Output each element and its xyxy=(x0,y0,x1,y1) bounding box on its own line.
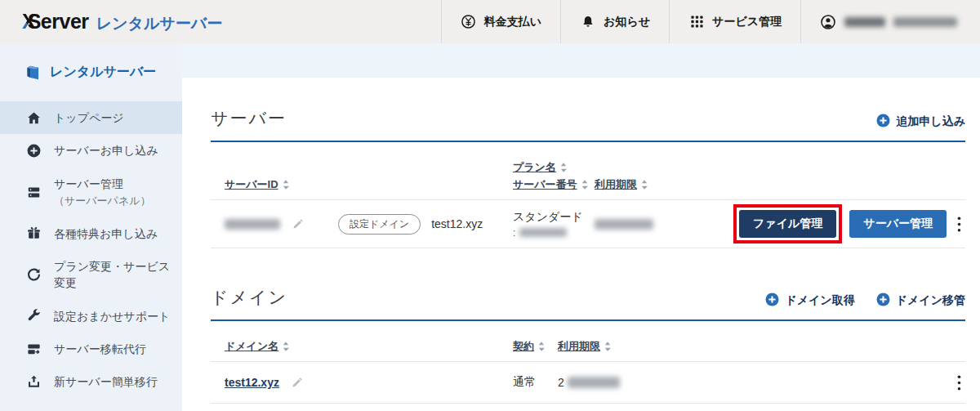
sidebar-item-label: 新サーバー簡単移行 xyxy=(54,373,158,390)
main-content: サーバー 追加申し込み サーバーID xyxy=(182,43,980,411)
domain-expiry-blurred xyxy=(568,377,620,388)
add-server-link[interactable]: 追加申し込み xyxy=(876,114,965,130)
plus-badge-icon xyxy=(876,114,890,130)
logo-suffix: レンタルサーバー xyxy=(96,13,223,34)
refresh-icon xyxy=(25,266,42,283)
sidebar-brand-label: レンタルサーバー xyxy=(50,64,156,81)
sort-icon xyxy=(538,342,545,351)
edit-pencil-icon[interactable] xyxy=(292,218,304,230)
bell-icon xyxy=(580,14,596,30)
file-manager-button[interactable]: ファイル管理 xyxy=(739,210,836,238)
xserver-logo[interactable]: XServer レンタルサーバー xyxy=(0,10,222,34)
column-expiry[interactable]: 利用期限 xyxy=(595,177,648,192)
yen-circle-icon xyxy=(461,14,477,30)
account-id-blurred xyxy=(893,17,957,27)
sidebar-item-plan-change[interactable]: プラン変更・サービス変更 xyxy=(0,250,182,300)
server-expiry-blurred xyxy=(595,219,653,230)
plus-circle-icon xyxy=(25,142,42,159)
server-move-icon xyxy=(25,341,42,357)
sidebar-item-benefits[interactable]: 各種特典お申し込み xyxy=(0,217,182,250)
logo-brand: XServer xyxy=(22,10,89,34)
domain-expiry-visible: 2 xyxy=(558,376,564,389)
user-circle-icon xyxy=(820,14,836,30)
domain-section: ドメイン ドメイン取得 ドメイン移管 xyxy=(211,286,965,404)
kebab-menu-icon[interactable] xyxy=(953,215,965,234)
sidebar-item-label: 設定おまかせサポート xyxy=(54,308,170,324)
menu-payment[interactable]: 料金支払い xyxy=(441,0,560,43)
xserver-panel: XServer レンタルサーバー 料金支払い お知らせ サービス管理 xyxy=(0,0,980,411)
top-header: XServer レンタルサーバー 料金支払い お知らせ サービス管理 xyxy=(0,0,980,43)
column-server-number[interactable]: サーバー番号 xyxy=(513,177,595,192)
server-icon xyxy=(25,184,42,200)
migrate-icon xyxy=(25,373,42,390)
sidebar-item-top-page[interactable]: トップページ xyxy=(0,101,182,134)
highlight-box: ファイル管理 xyxy=(733,204,842,243)
server-table-header: サーバーID プラン名 サーバー番号 xyxy=(211,160,965,200)
server-table-row: 設定ドメイン test12.xyz スタンダード : xyxy=(211,200,965,248)
server-section-title: サーバー xyxy=(211,107,287,130)
domain-table-row: test12.xyz 通常 2 xyxy=(211,362,965,404)
config-domain-badge: 設定ドメイン xyxy=(338,214,421,235)
sidebar-item-label: 各種特典お申し込み xyxy=(54,226,158,242)
grid-icon xyxy=(688,14,705,30)
edit-pencil-icon[interactable] xyxy=(291,377,303,389)
menu-services[interactable]: サービス管理 xyxy=(669,0,800,43)
column-plan-name[interactable]: プラン名 xyxy=(513,160,595,175)
home-icon xyxy=(25,109,42,126)
sidebar-item-label: プラン変更・サービス変更 xyxy=(54,258,174,292)
server-row-domain: test12.xyz xyxy=(431,217,483,230)
domain-table-header: ドメイン名 契約 利用期限 xyxy=(211,339,965,362)
sidebar-item-transfer-agency[interactable]: サーバー移転代行 xyxy=(0,333,182,365)
menu-payment-label: 料金支払い xyxy=(484,15,541,29)
account-name-blurred xyxy=(844,17,885,27)
column-domain-expiry[interactable]: 利用期限 xyxy=(558,339,611,354)
sidebar-item-support[interactable]: 設定おまかせサポート xyxy=(0,300,182,333)
content-top-strip xyxy=(182,43,980,78)
contract-type-value: 通常 xyxy=(513,375,558,390)
server-section: サーバー 追加申し込み サーバーID xyxy=(211,107,965,248)
sort-icon xyxy=(604,342,611,351)
plan-name-value: スタンダード xyxy=(513,210,595,225)
plus-badge-icon xyxy=(876,293,890,309)
cube-icon xyxy=(24,65,41,81)
server-number-prefix: : xyxy=(513,227,515,239)
sidebar-item-label: サーバーお申し込み xyxy=(54,142,158,159)
sidebar-item-easy-migration[interactable]: 新サーバー簡単移行 xyxy=(0,365,182,398)
server-manager-button[interactable]: サーバー管理 xyxy=(849,210,947,238)
server-number-blurred xyxy=(519,228,567,237)
sidebar-item-server-apply[interactable]: サーバーお申し込み xyxy=(0,134,182,167)
domain-name-link[interactable]: test12.xyz xyxy=(225,376,279,389)
sort-icon xyxy=(283,180,289,190)
column-domain-name[interactable]: ドメイン名 xyxy=(225,339,289,354)
wrench-icon xyxy=(25,308,42,324)
transfer-domain-link[interactable]: ドメイン移管 xyxy=(876,293,965,309)
gift-icon xyxy=(25,226,42,242)
sort-icon xyxy=(641,180,648,190)
sidebar-item-label: サーバー管理 （サーバーパネル） xyxy=(54,176,151,209)
domain-section-title: ドメイン xyxy=(211,286,287,309)
sidebar-brand[interactable]: レンタルサーバー xyxy=(0,43,182,101)
menu-services-label: サービス管理 xyxy=(712,15,782,29)
column-server-id[interactable]: サーバーID xyxy=(225,177,289,192)
plus-badge-icon xyxy=(765,293,779,309)
sort-icon xyxy=(283,342,289,351)
account-menu[interactable] xyxy=(800,0,980,43)
menu-news[interactable]: お知らせ xyxy=(560,0,669,43)
sidebar-item-label: トップページ xyxy=(54,109,124,126)
sidebar-item-label: サーバー移転代行 xyxy=(54,341,146,357)
sort-icon xyxy=(581,180,588,190)
menu-news-label: お知らせ xyxy=(604,15,650,29)
sidebar-item-server-panel[interactable]: サーバー管理 （サーバーパネル） xyxy=(0,168,182,217)
sidebar: レンタルサーバー トップページ サーバーお申し込み サーバー管理 （サーバーパネ… xyxy=(0,43,182,411)
header-menu: 料金支払い お知らせ サービス管理 xyxy=(441,0,980,43)
sidebar-item-sublabel: （サーバーパネル） xyxy=(54,194,151,207)
server-id-blurred xyxy=(225,219,280,230)
kebab-menu-icon[interactable] xyxy=(953,373,965,392)
sort-icon xyxy=(560,163,567,172)
column-contract[interactable]: 契約 xyxy=(513,339,558,354)
get-domain-link[interactable]: ドメイン取得 xyxy=(765,293,854,309)
